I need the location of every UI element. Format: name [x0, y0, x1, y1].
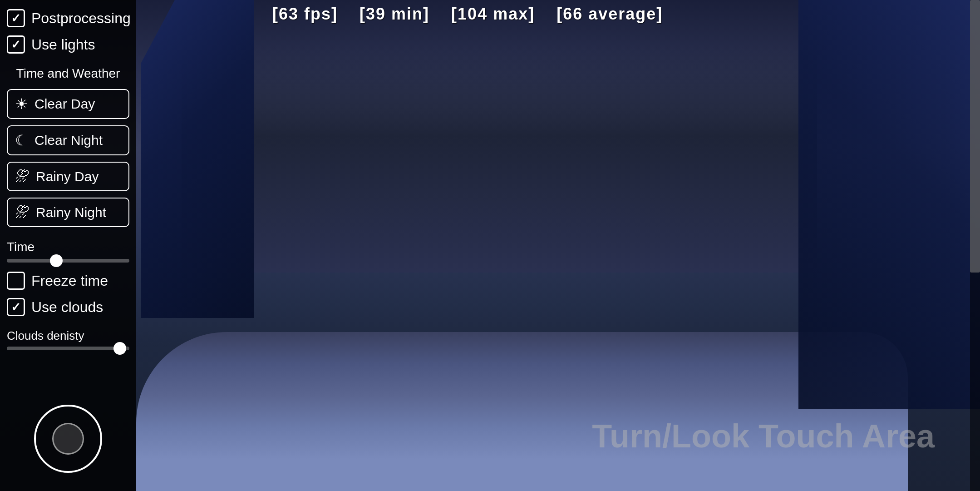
sidebar-panel: Postprocessing Use lights Time and Weath… — [0, 0, 136, 491]
scene-mountains — [182, 45, 817, 273]
rainy-night-label: Rainy Night — [36, 205, 106, 220]
scrollbar-thumb[interactable] — [970, 0, 980, 273]
joystick[interactable] — [34, 405, 102, 473]
use-lights-checkbox[interactable] — [7, 35, 25, 54]
joystick-inner — [52, 423, 84, 455]
time-and-weather-title: Time and Weather — [7, 66, 129, 81]
rainy-day-label: Rainy Day — [36, 169, 98, 184]
clear-day-icon: ☀ — [15, 95, 28, 113]
sidebar-scrollbar[interactable] — [970, 0, 980, 491]
fps-counter: [63 fps] [39 min] [104 max] [66 average] — [272, 5, 663, 24]
scene-sails-right — [798, 0, 980, 409]
freeze-time-checkbox[interactable] — [7, 272, 25, 290]
postprocessing-checkbox-row[interactable]: Postprocessing — [7, 9, 129, 27]
fps-max: [104 max] — [451, 5, 535, 23]
scene-snow-ground — [136, 332, 908, 491]
clouds-density-label: Clouds denisty — [7, 329, 129, 343]
time-slider-thumb[interactable] — [50, 254, 63, 267]
use-clouds-checkbox[interactable] — [7, 298, 25, 316]
rainy-night-icon: ⛈ — [15, 204, 30, 221]
use-clouds-checkbox-row[interactable]: Use clouds — [7, 298, 129, 316]
freeze-time-checkbox-row[interactable]: Freeze time — [7, 272, 129, 290]
clouds-density-slider-thumb[interactable] — [113, 342, 126, 355]
use-clouds-label: Use clouds — [31, 299, 103, 316]
postprocessing-label: Postprocessing — [31, 10, 131, 27]
clear-night-button[interactable]: ☾ Clear Night — [7, 125, 129, 155]
freeze-time-label: Freeze time — [31, 273, 108, 289]
rainy-night-button[interactable]: ⛈ Rainy Night — [7, 198, 129, 227]
rainy-day-button[interactable]: ⛈ Rainy Day — [7, 162, 129, 191]
fps-average: [66 average] — [556, 5, 663, 23]
clear-night-label: Clear Night — [34, 133, 103, 148]
rainy-day-icon: ⛈ — [15, 168, 30, 185]
use-lights-label: Use lights — [31, 36, 95, 53]
clear-day-label: Clear Day — [34, 96, 95, 112]
postprocessing-checkbox[interactable] — [7, 9, 25, 27]
touch-area-label[interactable]: Turn/Look Touch Area — [592, 417, 935, 455]
scene-sails-left — [141, 0, 254, 318]
time-slider[interactable] — [7, 259, 129, 263]
use-lights-checkbox-row[interactable]: Use lights — [7, 35, 129, 54]
clear-night-icon: ☾ — [15, 132, 28, 149]
fps-min: [39 min] — [359, 5, 429, 23]
time-label: Time — [7, 240, 129, 254]
clouds-density-slider[interactable] — [7, 347, 129, 350]
clear-day-button[interactable]: ☀ Clear Day — [7, 89, 129, 119]
fps-current: [63 fps] — [272, 5, 338, 23]
